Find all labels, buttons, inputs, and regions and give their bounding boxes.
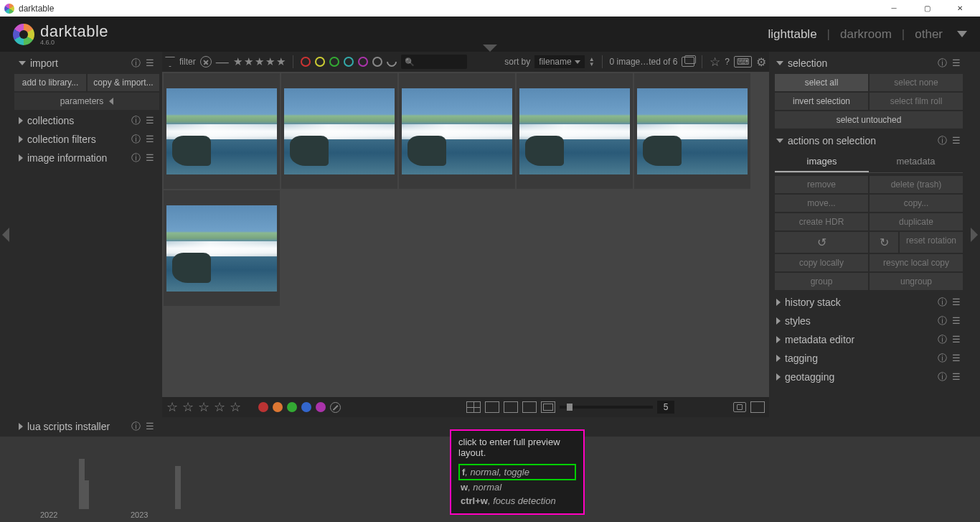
module-header-selection[interactable]: selection xyxy=(772,54,966,73)
color-label-blue[interactable] xyxy=(301,402,311,412)
thumbnail[interactable] xyxy=(634,73,750,189)
tab-metadata[interactable]: metadata xyxy=(869,152,963,172)
presets-icon[interactable] xyxy=(145,58,155,68)
rotate-ccw-button[interactable]: ↺ xyxy=(775,232,868,253)
color-cyan[interactable] xyxy=(344,57,354,67)
color-yellow[interactable] xyxy=(315,57,325,67)
sort-direction[interactable]: ▲▼ xyxy=(589,57,595,67)
color-label-green[interactable] xyxy=(287,402,297,412)
presets-icon[interactable] xyxy=(951,136,961,146)
info-icon[interactable] xyxy=(937,372,947,382)
presets-icon[interactable] xyxy=(951,353,961,363)
star-button[interactable]: ☆ xyxy=(198,399,209,415)
copy-locally-button[interactable]: copy locally xyxy=(775,254,868,271)
ungroup-button[interactable]: ungroup xyxy=(870,273,963,290)
group-icon[interactable] xyxy=(682,57,694,67)
info-icon[interactable] xyxy=(937,335,947,345)
select-none-button[interactable]: select none xyxy=(870,74,963,91)
presets-icon[interactable] xyxy=(951,297,961,307)
duplicate-button[interactable]: duplicate xyxy=(870,213,963,230)
layout-culling-button[interactable] xyxy=(504,401,518,413)
star-icon[interactable]: ★ xyxy=(244,55,253,68)
star-button[interactable]: ☆ xyxy=(230,399,241,415)
color-label-red[interactable] xyxy=(258,402,268,412)
tab-images[interactable]: images xyxy=(775,152,869,172)
presets-icon[interactable] xyxy=(145,116,155,126)
reject-filter[interactable] xyxy=(200,56,212,67)
tab-other[interactable]: other xyxy=(915,27,943,42)
color-grey[interactable] xyxy=(372,57,382,67)
star-button[interactable]: ☆ xyxy=(214,399,225,415)
close-button[interactable]: ✕ xyxy=(950,4,970,12)
module-header-actions[interactable]: actions on selection xyxy=(772,131,966,150)
layout-grid-button[interactable] xyxy=(466,401,481,413)
group-button[interactable]: group xyxy=(775,273,868,290)
copy-button[interactable]: copy... xyxy=(870,195,963,212)
module-header-styles[interactable]: styles xyxy=(772,312,966,330)
rotate-cw-button[interactable]: ↻ xyxy=(870,232,898,253)
parameters-toggle[interactable]: parameters xyxy=(14,93,159,110)
info-icon[interactable] xyxy=(131,58,141,68)
reset-rotation-button[interactable]: reset rotation xyxy=(900,232,963,253)
shortcuts-icon[interactable]: ⌨ xyxy=(734,56,752,67)
info-icon[interactable] xyxy=(131,153,141,163)
focus-peaking-icon[interactable] xyxy=(733,402,746,412)
color-red[interactable] xyxy=(301,57,311,67)
module-header-collections[interactable]: collections xyxy=(14,111,159,130)
module-header-image-info[interactable]: image information xyxy=(14,149,159,167)
zoom-slider[interactable] xyxy=(560,406,653,409)
copy-import-button[interactable]: copy & import... xyxy=(88,74,159,91)
color-magenta[interactable] xyxy=(358,57,368,67)
remove-button[interactable]: remove xyxy=(775,176,868,193)
info-icon[interactable] xyxy=(937,136,947,146)
layout-culling2-button[interactable] xyxy=(522,401,537,413)
right-panel-toggle[interactable] xyxy=(969,52,980,417)
star-icon[interactable]: ★ xyxy=(276,55,286,68)
info-icon[interactable] xyxy=(937,316,947,326)
left-panel-toggle[interactable] xyxy=(0,52,11,417)
module-header-tagging[interactable]: tagging xyxy=(772,349,966,368)
create-hdr-button[interactable]: create HDR xyxy=(775,213,868,230)
presets-icon[interactable] xyxy=(951,316,961,326)
sort-field-select[interactable]: filename xyxy=(534,55,584,68)
layout-zoomable-button[interactable] xyxy=(485,401,499,413)
rating-filter[interactable]: ★ ★ ★ ★ ★ xyxy=(233,55,286,68)
zoom-value[interactable]: 5 xyxy=(657,401,674,414)
module-header-geotagging[interactable]: geotagging xyxy=(772,368,966,386)
module-header-import[interactable]: import xyxy=(14,54,159,73)
maximize-button[interactable]: ▢ xyxy=(917,4,937,12)
settings-icon[interactable]: ⚙ xyxy=(756,55,766,69)
minimize-button[interactable]: ─ xyxy=(884,4,904,12)
thumbnail[interactable] xyxy=(517,73,633,189)
delete-button[interactable]: delete (trash) xyxy=(870,176,963,193)
select-film-roll-button[interactable]: select film roll xyxy=(870,93,963,110)
filter-icon[interactable] xyxy=(165,57,175,67)
thumbnail[interactable] xyxy=(164,190,280,306)
search-input[interactable] xyxy=(401,55,467,69)
tab-darkroom[interactable]: darkroom xyxy=(840,27,892,42)
info-icon[interactable] xyxy=(937,353,947,363)
select-untouched-button[interactable]: select untouched xyxy=(775,111,963,129)
module-header-metadata-editor[interactable]: metadata editor xyxy=(772,330,966,349)
module-header-collection-filters[interactable]: collection filters xyxy=(14,130,159,149)
select-all-button[interactable]: select all xyxy=(775,74,868,91)
color-green[interactable] xyxy=(329,57,339,67)
thumbnail[interactable] xyxy=(399,73,515,189)
thumbnail[interactable] xyxy=(281,73,397,189)
module-header-lua[interactable]: lua scripts installer xyxy=(14,417,159,436)
info-icon[interactable] xyxy=(937,58,947,68)
add-to-library-button[interactable]: add to library... xyxy=(14,74,86,91)
presets-icon[interactable] xyxy=(951,372,961,382)
overlay-toggle-icon[interactable]: ☆ xyxy=(710,55,720,70)
presets-icon[interactable] xyxy=(951,58,961,68)
star-icon[interactable]: ★ xyxy=(265,55,275,68)
star-icon[interactable]: ★ xyxy=(233,55,242,68)
clear-labels[interactable] xyxy=(330,402,341,413)
menu-dropdown-icon[interactable] xyxy=(957,31,967,37)
resync-button[interactable]: resync local copy xyxy=(870,254,963,271)
presets-icon[interactable] xyxy=(145,153,155,163)
color-any[interactable] xyxy=(385,55,399,69)
thumbnail[interactable] xyxy=(164,73,280,189)
star-icon[interactable]: ★ xyxy=(255,55,264,68)
presets-icon[interactable] xyxy=(951,335,961,345)
